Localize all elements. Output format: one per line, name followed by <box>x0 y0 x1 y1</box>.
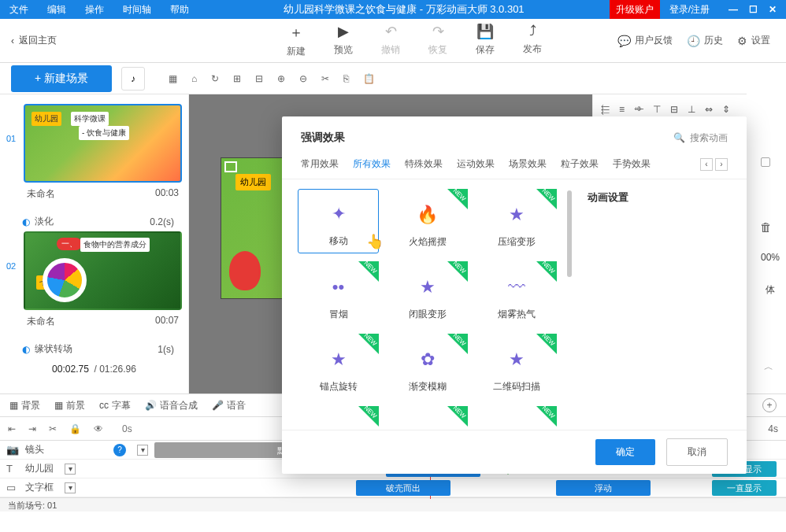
menu-help[interactable]: 帮助 <box>161 0 198 20</box>
effect-icon: ★ <box>504 202 529 227</box>
goto-start-icon[interactable]: ⇤ <box>8 423 16 434</box>
dialog-tab[interactable]: 粒子效果 <box>561 157 599 171</box>
effect-item[interactable]: ★ 闭眼变形 <box>387 261 468 326</box>
layer-icon[interactable]: ▦ <box>169 73 177 84</box>
dist-v-icon[interactable]: ⇕ <box>722 104 730 115</box>
chevron-up-icon[interactable]: ︿ <box>764 360 773 374</box>
paste-icon[interactable]: 📋 <box>363 73 375 84</box>
scrollbar[interactable] <box>567 190 572 277</box>
effect-item[interactable]: 🔥 火焰摇摆 <box>387 189 468 253</box>
checkbox-edge[interactable] <box>761 157 770 167</box>
transition-row[interactable]: ◐ 缘状转场 1(s) <box>6 339 182 359</box>
new-button[interactable]: ＋新建 <box>273 23 320 58</box>
effect-item[interactable] <box>476 406 557 430</box>
bottom-tab[interactable]: cc字幕 <box>99 399 131 412</box>
search-input[interactable]: 🔍 搜索动画 <box>673 131 728 145</box>
undo-button[interactable]: ↶撤销 <box>367 23 414 58</box>
prev-page-button[interactable]: ‹ <box>700 158 713 171</box>
login-button[interactable]: 登录/注册 <box>660 0 719 20</box>
align-top-icon[interactable]: ⊤ <box>653 104 661 115</box>
close-button[interactable]: ✕ <box>769 4 777 15</box>
effect-item[interactable]: ★ 压缩变形 <box>476 189 557 253</box>
save-button[interactable]: 💾保存 <box>462 23 509 58</box>
feedback-button[interactable]: 💬用户反馈 <box>617 34 673 47</box>
bottom-tab[interactable]: ▦背景 <box>9 399 40 412</box>
track-header[interactable]: 📷 镜头 ? ▾ <box>0 443 154 456</box>
timeline-clip[interactable]: 破壳而出 <box>356 480 450 496</box>
new-scene-button[interactable]: + 新建场景 <box>11 65 112 92</box>
upgrade-button[interactable]: 升级账户 <box>610 0 660 19</box>
preview-button[interactable]: ▶预览 <box>320 23 367 58</box>
music-button[interactable]: ♪ <box>121 67 145 91</box>
tl-lock-icon[interactable]: 🔒 <box>69 423 81 434</box>
align-icon[interactable]: ⊞ <box>233 73 241 84</box>
goto-end-icon[interactable]: ⇥ <box>28 423 36 434</box>
dialog-tab[interactable]: 所有效果 <box>353 157 391 171</box>
dist-h-icon[interactable]: ⇔ <box>705 104 713 115</box>
align-left-icon[interactable]: ⬱ <box>601 104 610 115</box>
max-button[interactable]: ☐ <box>749 4 758 15</box>
effect-item[interactable] <box>298 406 379 430</box>
scene-thumbnail[interactable]: 幼儿园科学微课- 饮食与健康 <box>24 104 182 183</box>
publish-button[interactable]: ⤴发布 <box>509 23 556 58</box>
expand-button[interactable]: ▾ <box>65 464 76 475</box>
align-right-icon[interactable]: ⬲ <box>634 104 643 115</box>
effect-item[interactable]: ★ 二维码扫描 <box>476 334 557 398</box>
scene-item[interactable]: 02 一、食物中的营养成分七大营养素 未命名00:07 <box>6 231 182 333</box>
zoom-out-icon[interactable]: ⊖ <box>299 73 307 84</box>
zoom-in-icon[interactable]: ⊕ <box>277 73 285 84</box>
transition-row[interactable]: ◐ 淡化 0.2(s) <box>6 212 182 231</box>
track-header[interactable]: T 幼儿园 ▾ <box>0 462 154 475</box>
effect-item[interactable]: 〰 烟雾热气 <box>476 261 557 326</box>
track-header[interactable]: ▭ 文字框 ▾ <box>0 481 154 494</box>
back-home-button[interactable]: ‹ 返回主页 <box>0 34 68 47</box>
effect-item[interactable] <box>387 406 468 430</box>
tl-cut-icon[interactable]: ✂ <box>49 423 57 434</box>
menu-edit[interactable]: 编辑 <box>38 0 76 20</box>
cut-icon[interactable]: ✂ <box>321 73 329 84</box>
menu-file[interactable]: 文件 <box>0 0 38 20</box>
dialog-tab[interactable]: 手势效果 <box>613 157 651 171</box>
effect-label: 渐变模糊 <box>409 380 447 393</box>
scene-item[interactable]: 01 幼儿园科学微课- 饮食与健康 未命名00:03 <box>6 104 182 205</box>
ok-button[interactable]: 确定 <box>595 439 655 465</box>
copy-icon[interactable]: ⎘ <box>343 73 349 84</box>
dialog-tab[interactable]: 场景效果 <box>509 157 547 171</box>
rotate-icon[interactable]: ↻ <box>211 73 219 84</box>
home-icon[interactable]: ⌂ <box>191 73 197 84</box>
timeline-clip[interactable]: 一直显示 <box>712 480 777 496</box>
effect-item[interactable]: ✿ 渐变模糊 <box>387 334 468 398</box>
add-track-button[interactable]: + <box>762 398 777 412</box>
bottom-tab[interactable]: 🎤语音 <box>212 399 246 412</box>
effect-item[interactable]: •• 冒烟 <box>298 261 379 326</box>
bottom-tab[interactable]: ▦前景 <box>54 399 85 412</box>
expand-button[interactable]: ▾ <box>65 482 76 493</box>
dialog-tab[interactable]: 特殊效果 <box>405 157 443 171</box>
cancel-button[interactable]: 取消 <box>666 438 728 466</box>
redo-button[interactable]: ↷恢复 <box>414 23 462 58</box>
fit-icon[interactable]: ⊟ <box>255 73 263 84</box>
align-bot-icon[interactable]: ⊥ <box>688 104 695 115</box>
gear-icon: ⚙ <box>737 35 747 47</box>
track-body[interactable]: 破壳而出浮动一直显示 <box>154 478 786 497</box>
bottom-tab[interactable]: 🔊语音合成 <box>145 399 198 412</box>
tl-eye-icon[interactable]: 👁 <box>94 423 103 434</box>
timeline-clip[interactable]: 浮动 <box>556 480 651 496</box>
min-button[interactable]: — <box>729 4 738 15</box>
history-button[interactable]: 🕘历史 <box>687 34 723 47</box>
align-mid-icon[interactable]: ⊟ <box>670 104 678 115</box>
expand-button[interactable]: ▾ <box>137 445 148 456</box>
dialog-tab[interactable]: 运动效果 <box>457 157 495 171</box>
help-icon[interactable]: ? <box>113 444 126 456</box>
effect-item[interactable]: ★ 锚点旋转 <box>298 334 379 398</box>
effect-item[interactable]: ✦ 移动 <box>298 189 379 253</box>
align-center-icon[interactable]: ≡ <box>619 104 625 115</box>
delete-icon[interactable]: 🗑 <box>760 212 783 234</box>
dialog-tab[interactable]: 常用效果 <box>301 157 339 171</box>
scene-chip: 幼儿园 <box>32 112 61 126</box>
menu-action[interactable]: 操作 <box>76 0 113 20</box>
menu-timeline[interactable]: 时间轴 <box>113 0 161 20</box>
next-page-button[interactable]: › <box>715 158 728 171</box>
scene-thumbnail[interactable]: 一、食物中的营养成分七大营养素 <box>24 231 182 310</box>
settings-button[interactable]: ⚙设置 <box>737 34 770 47</box>
